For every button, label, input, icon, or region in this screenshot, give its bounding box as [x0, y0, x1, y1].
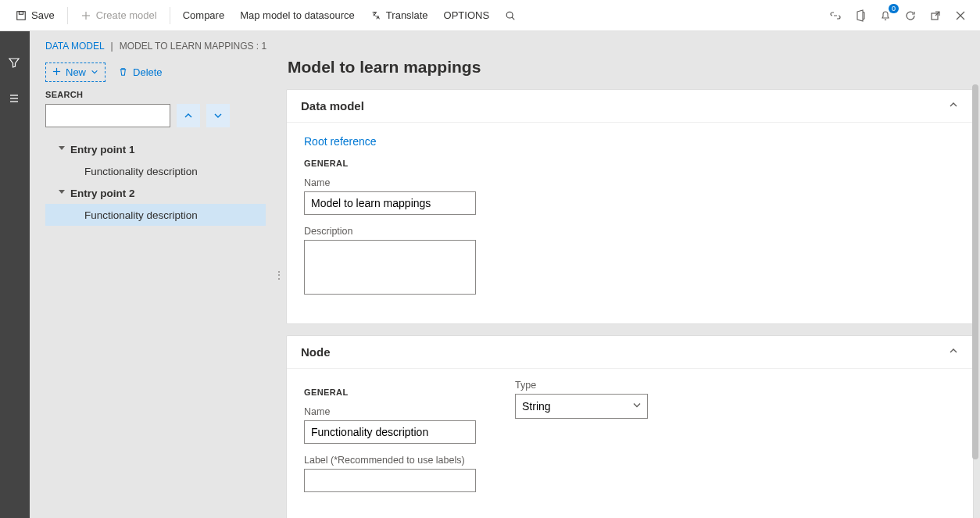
tree-label: Functionality description [84, 166, 198, 177]
root-reference-link[interactable]: Root reference [304, 135, 956, 148]
right-pane: Model to learn mappings Data model Root … [272, 55, 980, 518]
chevron-up-icon [948, 99, 959, 113]
description-label: Description [304, 226, 956, 237]
node-type-value[interactable] [515, 394, 648, 419]
translate-label: Translate [386, 9, 428, 21]
save-button[interactable]: Save [8, 5, 63, 27]
collapse-icon [58, 146, 66, 152]
save-icon [16, 10, 27, 21]
popout-icon[interactable] [928, 9, 942, 23]
map-model-label: Map model to datasource [240, 9, 355, 21]
svg-rect-0 [17, 11, 26, 20]
notification-icon[interactable]: 0 [878, 9, 892, 23]
svg-point-4 [506, 12, 513, 18]
card-title: Node [301, 345, 331, 359]
name-label: Name [304, 177, 956, 188]
filter-icon[interactable] [8, 56, 22, 70]
node-type-label: Type [515, 380, 648, 391]
new-button[interactable]: New [45, 63, 106, 82]
office-icon[interactable] [853, 9, 867, 23]
list-icon[interactable] [8, 92, 22, 106]
node-label-label: Label (*Recommended to use labels) [304, 455, 476, 466]
breadcrumb-separator: | [111, 41, 113, 52]
breadcrumb: DATA MODEL | MODEL TO LEARN MAPPINGS : 1 [30, 31, 980, 55]
create-model-button: Create model [73, 5, 165, 27]
create-model-label: Create model [96, 9, 157, 21]
top-toolbar: Save Create model Compare Map model to d… [0, 0, 980, 31]
search-next-button[interactable] [206, 104, 230, 127]
node-label-input[interactable] [304, 469, 476, 492]
tree-label: Entry point 2 [70, 188, 135, 199]
scrollbar[interactable] [969, 61, 980, 518]
search-prev-button[interactable] [177, 104, 200, 127]
svg-marker-14 [59, 146, 65, 150]
new-label: New [66, 66, 86, 78]
translate-button[interactable]: Translate [363, 5, 436, 27]
breadcrumb-root[interactable]: DATA MODEL [45, 41, 105, 52]
save-label: Save [31, 9, 55, 21]
plus-icon [52, 66, 61, 78]
svg-line-5 [512, 17, 514, 20]
collapse-icon [58, 190, 66, 196]
section-general: GENERAL [304, 388, 476, 397]
page-title: Model to learn mappings [288, 58, 974, 77]
tree-label: Entry point 1 [70, 144, 135, 155]
node-name-input[interactable] [304, 420, 476, 444]
delete-button[interactable]: Delete [113, 63, 167, 82]
breadcrumb-current: MODEL TO LEARN MAPPINGS : 1 [120, 41, 267, 52]
tree: Entry point 1 Functionality description … [45, 138, 272, 226]
separator [170, 7, 170, 24]
tree-node-ep2-child[interactable]: Functionality description [45, 204, 266, 226]
svg-marker-15 [59, 190, 65, 194]
tree-node-entry-point-1[interactable]: Entry point 1 [45, 138, 266, 160]
svg-rect-1 [19, 11, 23, 14]
left-pane: New Delete SEARCH [30, 55, 272, 518]
compare-label: Compare [183, 9, 224, 21]
card-data-model: Data model Root reference GENERAL Name [286, 89, 974, 324]
trash-icon [118, 66, 128, 79]
tree-node-entry-point-2[interactable]: Entry point 2 [45, 182, 266, 204]
chevron-up-icon [948, 345, 959, 359]
refresh-icon[interactable] [903, 9, 917, 23]
tree-label: Functionality description [84, 209, 198, 221]
model-name-input[interactable] [304, 191, 476, 215]
search-icon [505, 10, 516, 21]
map-model-button[interactable]: Map model to datasource [232, 5, 363, 27]
search-label: SEARCH [45, 90, 272, 99]
card-node: Node GENERAL Name [286, 335, 974, 518]
notification-badge: 0 [889, 4, 899, 13]
close-icon[interactable] [953, 9, 967, 23]
scrollbar-thumb[interactable] [972, 84, 978, 459]
section-general: GENERAL [304, 159, 956, 168]
vertical-rail [0, 31, 30, 518]
options-button[interactable]: OPTIONS [436, 5, 498, 27]
chevron-down-icon [91, 66, 98, 78]
plus-icon [80, 10, 91, 21]
tree-node-ep1-child[interactable]: Functionality description [45, 160, 266, 182]
model-description-input[interactable] [304, 240, 476, 295]
search-button[interactable] [497, 5, 524, 27]
delete-label: Delete [133, 66, 163, 78]
node-name-label: Name [304, 406, 476, 417]
card-title: Data model [301, 99, 364, 113]
compare-button[interactable]: Compare [175, 5, 232, 27]
separator [67, 7, 68, 24]
link-icon[interactable] [828, 9, 842, 23]
search-input[interactable] [45, 104, 170, 127]
translate-icon [370, 10, 381, 21]
node-type-select[interactable] [515, 394, 648, 419]
options-label: OPTIONS [444, 9, 490, 21]
card-header-node[interactable]: Node [287, 336, 973, 368]
card-header-data-model[interactable]: Data model [287, 90, 973, 122]
